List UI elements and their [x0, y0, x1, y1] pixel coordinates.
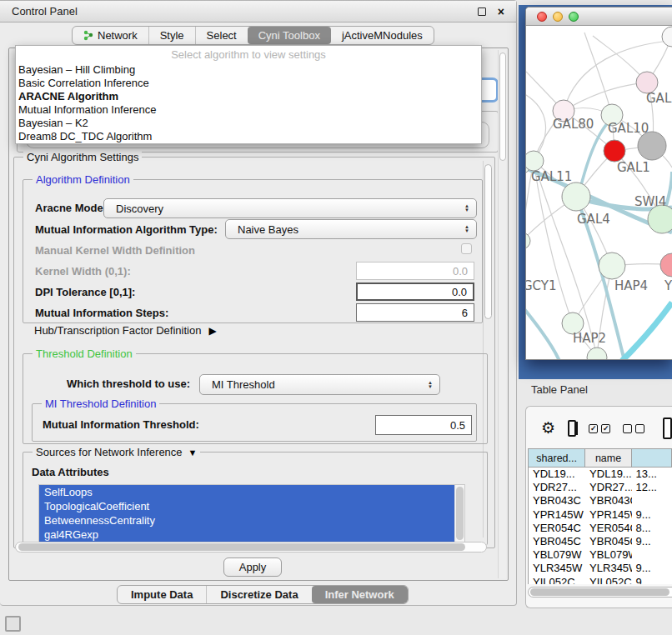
hub-definition-expander[interactable]: Hub/Transcription Factor Definition ▶	[34, 324, 217, 337]
table-cell: 9...	[632, 562, 672, 575]
tab-discretize-data[interactable]: Discretize Data	[206, 586, 311, 603]
table-cell: YDR27...	[529, 481, 585, 494]
mi-steps-input[interactable]: 6	[356, 303, 474, 322]
network-node[interactable]	[587, 348, 607, 360]
table-row[interactable]: YER054CYER054C8...	[529, 522, 672, 535]
table-row[interactable]: YDR27...YDR27...12...	[529, 481, 672, 494]
algorithm-option[interactable]: Bayesian – Hill Climbing	[16, 63, 481, 77]
columns-icon[interactable]	[568, 420, 576, 437]
tab-impute-data[interactable]: Impute Data	[118, 586, 206, 603]
node-label: Y	[664, 278, 672, 293]
node-table[interactable]: shared...name YDL19...YDL19...13...YDR27…	[528, 448, 672, 584]
network-node[interactable]	[660, 253, 672, 277]
scrollbar-thumb[interactable]	[499, 52, 506, 161]
network-node[interactable]	[638, 132, 666, 160]
tab-infer-network[interactable]: Infer Network	[312, 586, 408, 603]
tab-network[interactable]: Network	[73, 27, 148, 44]
table-cell: 9...	[632, 576, 672, 585]
network-node[interactable]	[648, 205, 672, 233]
algorithm-option[interactable]: Dream8 DC_TDC Algorithm	[16, 130, 481, 143]
which-threshold-select[interactable]: MI Threshold ▲▼	[199, 374, 440, 395]
algorithm-option[interactable]: Mutual Information Inference	[16, 103, 481, 117]
close-button[interactable]	[537, 12, 547, 22]
panel-vertical-scrollbar[interactable]	[498, 50, 506, 578]
column-header[interactable]: name	[585, 449, 631, 467]
data-attributes-label: Data Attributes	[32, 466, 109, 478]
chevron-right-icon: ▶	[208, 325, 216, 337]
attribute-item-selected[interactable]: gal4RGexp	[39, 528, 454, 542]
table-cell	[632, 548, 672, 562]
column-header[interactable]: shared...	[529, 449, 585, 467]
cyni-algorithm-settings-group: Cyni Algorithm Settings Algorithm Defini…	[13, 157, 495, 548]
table-row[interactable]: YBR043CYBR043C	[529, 494, 672, 508]
table-horizontal-scrollbar[interactable]	[528, 587, 672, 598]
network-canvas[interactable]: GALGAL80GAL10GAL1GAL11SWI4GAL4GCY1HAP4YH…	[526, 26, 672, 360]
network-edge[interactable]	[526, 92, 546, 161]
deselect-all-checkboxes-icon[interactable]	[623, 424, 644, 433]
document-icon[interactable]	[663, 418, 672, 439]
close-panel-icon[interactable]: ×	[498, 8, 504, 16]
mi-steps-label: Mutual Information Steps:	[35, 307, 168, 319]
algorithm-option[interactable]: ARACNE Algorithm	[16, 90, 481, 103]
aracne-mode-select[interactable]: Discovery ▲▼	[103, 198, 477, 218]
table-row[interactable]: YBR045CYBR045C9...	[529, 535, 672, 548]
network-node[interactable]	[662, 27, 672, 47]
table-cell: 12...	[632, 481, 672, 494]
algorithm-option[interactable]: Bayesian – K2	[16, 117, 481, 130]
network-edge[interactable]	[584, 32, 612, 115]
network-node[interactable]	[604, 140, 625, 162]
table-cell: YDR27...	[585, 481, 632, 494]
zoom-button[interactable]	[569, 12, 579, 22]
network-edge[interactable]	[622, 302, 672, 360]
attributes-scrollbar[interactable]	[454, 485, 464, 542]
table-cell: YIL052C	[529, 576, 585, 585]
attribute-item-selected[interactable]: SelfLoops	[39, 485, 454, 499]
select-all-checkboxes-icon[interactable]: ✓ ✓	[589, 424, 610, 433]
table-row[interactable]: YLR345WYLR345W9...	[529, 562, 672, 575]
settings-horizontal-scrollbar[interactable]	[15, 542, 487, 552]
apply-button[interactable]: Apply	[223, 558, 282, 577]
minimize-button[interactable]	[553, 12, 563, 22]
attribute-item-selected[interactable]: BetweennessCentrality	[39, 513, 454, 528]
network-edge[interactable]	[526, 301, 559, 360]
aracne-mode-label: Aracne Mode:	[35, 202, 107, 214]
table-row[interactable]: YBL079WYBL079W	[529, 548, 672, 562]
tab-label: Style	[160, 29, 184, 42]
dpi-tolerance-input[interactable]: 0.0	[356, 282, 474, 301]
table-cell: YDL19...	[529, 468, 585, 481]
mi-algorithm-type-select[interactable]: Naive Bayes ▲▼	[225, 219, 477, 239]
mi-threshold-input[interactable]: 0.5	[375, 415, 472, 435]
tab-jactivemnodules[interactable]: jActiveMNodules	[331, 27, 434, 44]
data-attributes-list[interactable]: SelfLoopsTopologicalCoefficientBetweenne…	[38, 484, 465, 543]
chevron-down-icon: ▼	[188, 448, 198, 458]
manual-kernel-checkbox[interactable]	[461, 243, 472, 254]
collapsed-panel-icon[interactable]	[5, 616, 21, 632]
scrollbar-thumb[interactable]	[484, 164, 492, 319]
dpi-tolerance-label: DPI Tolerance [0,1]:	[35, 286, 135, 298]
control-panel-window: Control Panel × Network Style	[0, 0, 517, 606]
tab-cyni-toolbox[interactable]: Cyni Toolbox	[248, 27, 331, 44]
gear-icon[interactable]: ⚙	[541, 420, 555, 437]
network-node[interactable]	[526, 232, 530, 249]
table-row[interactable]: YDL19...YDL19...13...	[529, 468, 672, 481]
attribute-item-selected[interactable]: TopologicalCoefficient	[39, 499, 454, 513]
tab-select[interactable]: Select	[195, 27, 248, 44]
scrollbar-thumb[interactable]	[456, 487, 464, 540]
table-row[interactable]: YIL052CYIL052C9...	[529, 576, 672, 585]
scrollbar-thumb[interactable]	[18, 543, 465, 551]
network-view-window: GALGAL80GAL10GAL1GAL11SWI4GAL4GCY1HAP4YH…	[525, 7, 672, 360]
tab-label: Impute Data	[131, 588, 193, 601]
network-node[interactable]	[599, 252, 625, 279]
scrollbar-thumb[interactable]	[530, 588, 669, 596]
algorithm-option[interactable]: Basic Correlation Inference	[16, 77, 481, 90]
column-header[interactable]	[632, 449, 672, 467]
network-window-titlebar	[526, 8, 672, 26]
table-row[interactable]: YPR145WYPR145W9...	[529, 508, 672, 522]
network-node[interactable]	[526, 151, 544, 171]
tab-style[interactable]: Style	[148, 27, 195, 44]
tab-label: Cyni Toolbox	[258, 29, 320, 42]
float-window-icon[interactable]	[478, 8, 486, 16]
sources-group-title[interactable]: Sources for Network Inference ▼	[33, 446, 200, 458]
sources-group: Sources for Network Inference ▼ Data Att…	[23, 452, 488, 545]
network-node[interactable]	[562, 182, 590, 211]
